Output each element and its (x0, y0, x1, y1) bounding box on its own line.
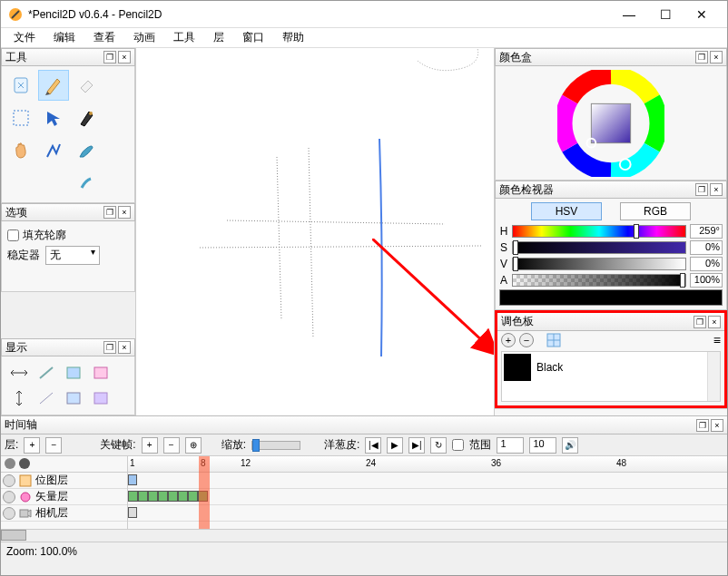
thin-lines2-button[interactable] (34, 386, 59, 410)
select-tool[interactable] (5, 103, 36, 133)
inspector-close-button[interactable]: × (710, 183, 723, 196)
palette-list[interactable]: Black (501, 351, 721, 402)
brush-tool[interactable] (71, 135, 102, 166)
colorbox-close-button[interactable]: × (710, 51, 723, 63)
range-start-field[interactable]: 1 (497, 437, 524, 454)
menu-help[interactable]: 帮助 (273, 28, 313, 47)
eraser-tool[interactable] (71, 70, 102, 101)
timeline-undock-button[interactable]: ❐ (696, 419, 709, 432)
color-wheel[interactable] (495, 66, 727, 181)
val-field[interactable]: 0% (690, 257, 723, 271)
window-title: *Pencil2D v0.6.4 - Pencil2D (28, 8, 611, 21)
remove-layer-button[interactable]: − (45, 437, 62, 454)
options-undock-button[interactable]: ❐ (103, 206, 116, 219)
timeline-close-button[interactable]: × (711, 419, 723, 432)
layer-row-camera[interactable]: 相机层 (1, 505, 127, 522)
alpha-field[interactable]: 100% (690, 273, 723, 288)
maximize-button[interactable]: ☐ (647, 2, 684, 27)
svg-rect-4 (67, 367, 80, 378)
polyline-tool[interactable] (38, 135, 69, 166)
minimize-button[interactable]: — (611, 2, 647, 27)
menu-window[interactable]: 窗口 (233, 28, 273, 47)
menu-file[interactable]: 文件 (5, 28, 44, 47)
palette-scrollbar[interactable] (707, 352, 720, 401)
menu-view[interactable]: 查看 (84, 28, 124, 47)
tools-undock-button[interactable]: ❐ (103, 51, 116, 63)
play-start-button[interactable]: |◀ (365, 437, 381, 454)
display-close-button[interactable]: × (118, 341, 131, 354)
colorbox-undock-button[interactable]: ❐ (695, 51, 708, 63)
loop-button[interactable]: ↻ (430, 437, 447, 454)
stabilizer-select[interactable]: 无 (45, 246, 100, 265)
tools-panel (1, 66, 135, 203)
options-close-button[interactable]: × (118, 206, 131, 219)
pencil-tool[interactable] (38, 70, 69, 101)
sat-slider[interactable] (512, 241, 686, 254)
display-undock-button[interactable]: ❐ (103, 341, 116, 354)
range-checkbox[interactable] (452, 439, 464, 451)
close-button[interactable]: ✕ (684, 2, 720, 27)
options-panel: 填充轮廓 稳定器 无 (1, 221, 135, 292)
mirror-h-button[interactable] (6, 361, 32, 385)
drawing-canvas[interactable] (135, 48, 495, 415)
layers-label: 层: (5, 437, 18, 453)
mirror-v-button[interactable] (6, 386, 32, 410)
thin-lines-button[interactable] (34, 361, 59, 385)
val-slider[interactable] (512, 258, 686, 270)
sat-field[interactable]: 0% (690, 240, 723, 255)
fill-outline-checkbox[interactable] (7, 229, 19, 241)
palette-menu-icon[interactable]: ≡ (713, 333, 721, 347)
layer-visibility-icon[interactable] (3, 507, 15, 520)
play-button[interactable]: ▶ (387, 437, 403, 454)
add-key-button[interactable]: + (142, 437, 158, 454)
add-layer-button[interactable]: + (24, 437, 40, 454)
pen-tool[interactable] (71, 103, 102, 133)
layer-visibility-icon[interactable] (3, 474, 15, 487)
palette-grid-icon[interactable] (546, 333, 561, 347)
menu-bar: 文件 编辑 查看 动画 工具 层 窗口 帮助 (1, 28, 727, 48)
palette-item-label: Black (536, 361, 563, 374)
overlay1-button[interactable] (88, 361, 113, 385)
palette-undock-button[interactable]: ❐ (694, 316, 706, 328)
layer-visibility-icon[interactable] (3, 491, 15, 503)
zoom-status: Zoom: 100.0% (6, 545, 77, 558)
sound-button[interactable]: 🔊 (562, 437, 578, 454)
svg-rect-2 (14, 111, 28, 125)
layer-row-vector[interactable]: 矢量层 (1, 489, 127, 505)
hue-slider[interactable] (512, 225, 686, 238)
remove-key-button[interactable]: − (163, 437, 180, 454)
hsv-tab[interactable]: HSV (531, 202, 602, 220)
window-titlebar: *Pencil2D v0.6.4 - Pencil2D — ☐ ✕ (1, 1, 727, 28)
menu-anim[interactable]: 动画 (124, 28, 164, 47)
palette-item[interactable]: Black (502, 352, 720, 383)
timeline-playhead[interactable] (199, 456, 210, 529)
tools-close-button[interactable]: × (118, 51, 131, 63)
smudge-tool[interactable] (71, 168, 102, 199)
menu-tools[interactable]: 工具 (164, 28, 204, 47)
play-end-button[interactable]: ▶| (408, 437, 425, 454)
dup-key-button[interactable]: ⊕ (185, 437, 202, 454)
hue-field[interactable]: 259° (690, 224, 723, 239)
svg-rect-5 (94, 367, 107, 378)
layer-row-bitmap[interactable]: 位图层 (1, 473, 127, 489)
range-end-field[interactable]: 10 (529, 437, 556, 454)
inspector-undock-button[interactable]: ❐ (695, 183, 708, 196)
timeline-h-scrollbar[interactable] (1, 530, 26, 541)
clear-tool[interactable] (5, 70, 36, 101)
rgb-tab[interactable]: RGB (620, 202, 691, 220)
outlines-button[interactable] (61, 361, 86, 385)
hand-tool[interactable] (5, 135, 36, 166)
keyframes-label: 关键帧: (100, 437, 135, 453)
palette-close-button[interactable]: × (708, 316, 721, 328)
move-tool[interactable] (38, 103, 69, 133)
palette-remove-button[interactable]: − (519, 333, 534, 347)
overlay2-button[interactable] (88, 386, 113, 410)
menu-edit[interactable]: 编辑 (44, 28, 84, 47)
timeline-tracks[interactable]: 1 8 12 24 36 48 (128, 456, 727, 529)
palette-add-button[interactable]: + (501, 333, 516, 347)
timeline-zoom-slider[interactable] (251, 441, 300, 450)
alpha-slider[interactable] (512, 274, 686, 287)
outlines2-button[interactable] (61, 386, 86, 410)
menu-layer[interactable]: 层 (204, 28, 233, 47)
app-logo-icon (8, 7, 23, 22)
